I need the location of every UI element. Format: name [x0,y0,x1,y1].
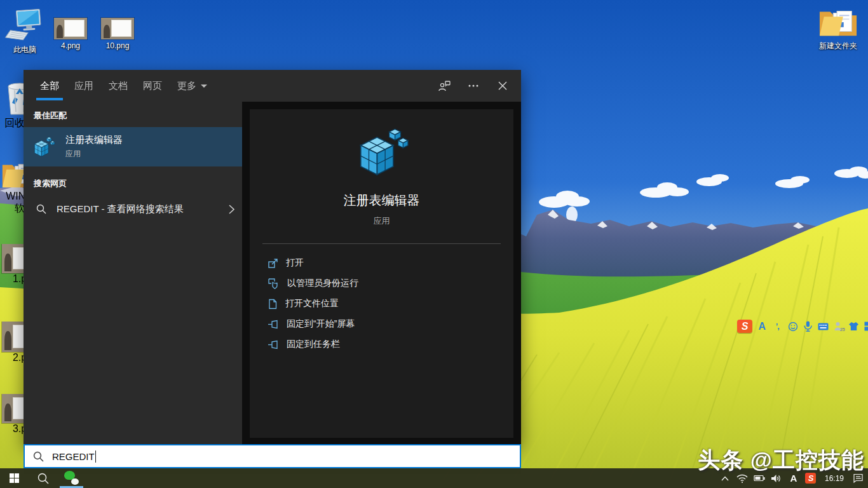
chevron-right-icon [229,205,234,214]
tab-apps[interactable]: 应用 [67,70,101,102]
action-open[interactable]: 打开 [250,253,513,273]
search-filter-tabs: 全部 应用 文档 网页 更多 [24,70,521,102]
desktop-icon-wing-folder[interactable]: WING 软 [0,159,24,222]
this-pc-icon [7,8,43,43]
pin-icon [268,339,279,350]
desktop-icon-3png[interactable]: 3.p [0,394,24,446]
file-location-icon [268,299,278,309]
tab-more[interactable]: 更多 [170,70,215,102]
search-icon [36,204,46,214]
close-icon [498,81,507,90]
text-caret [95,451,96,463]
desktop-icon-label: 软 [15,202,24,215]
action-pin-to-taskbar[interactable]: 固定到任务栏 [250,334,513,355]
web-search-text: REGEDIT - 查看网络搜索结果 [57,203,184,215]
folder-icon [818,5,858,39]
image-thumbnail [2,322,24,352]
desktop-icon-this-pc[interactable]: 此电脑 [5,8,44,54]
result-title: 注册表编辑器 [65,134,123,146]
folder-icon [1,159,24,191]
action-run-as-administrator[interactable]: 以管理员身份运行 [250,273,513,294]
image-thumbnail [54,18,87,39]
desktop-icon-label: WING [6,191,24,202]
desktop-icon-label: 4.png [61,41,80,50]
detail-app-subtitle: 应用 [374,215,390,227]
desktop-icon-label: 此电脑 [13,45,36,54]
desktop-icon-10png[interactable]: 10.png [101,18,134,50]
search-icon [37,473,49,484]
search-input[interactable]: REGEDIT [24,444,521,468]
soft-keyboard-icon[interactable] [818,320,829,332]
search-query-text: REGEDIT [52,451,95,462]
open-icon [268,258,278,269]
divider [262,243,501,244]
taskbar-wechat-button[interactable] [57,468,86,488]
feedback-button[interactable] [432,74,456,97]
more-options-button[interactable] [461,74,485,97]
desktop-icon-label: 2.p [13,352,24,363]
registry-editor-icon-large [354,126,410,178]
desktop-icon-label: 新建文件夹 [819,41,857,50]
windows-search-panel: 全部 应用 文档 网页 更多 最 [24,70,521,444]
close-button[interactable] [491,74,515,97]
wechat-icon [64,471,79,485]
context-actions: 打开 以管理员身份运行 打开文件位置 [250,253,513,355]
pin-icon [268,319,279,330]
desktop-icon-4png[interactable]: 4.png [54,18,87,50]
detail-app-title: 注册表编辑器 [344,192,420,209]
tab-all[interactable]: 全部 [32,70,67,102]
action-open-file-location[interactable]: 打开文件位置 [250,294,513,314]
feedback-icon [438,81,451,92]
section-header-best-match: 最佳匹配 [24,102,242,127]
registry-editor-icon [32,135,55,158]
action-pin-to-start[interactable]: 固定到“开始”屏幕 [250,314,513,334]
result-subtitle: 应用 [65,149,123,159]
section-header-web-search: 搜索网页 [24,166,242,195]
desktop-icon-label: 3.p [13,423,24,435]
result-detail-pane: 注册表编辑器 应用 打开 以管理员身份运 [242,102,521,444]
best-match-item-registry-editor[interactable]: 注册表编辑器 应用 [24,127,242,166]
punctuation-icon[interactable]: ’, [772,320,783,332]
tab-web[interactable]: 网页 [135,70,170,102]
desktop-icon-1png[interactable]: 1.p [0,244,24,295]
desktop-icon-label: 10.png [106,41,130,50]
web-search-item[interactable]: REGEDIT - 查看网络搜索结果 [24,195,242,223]
recycle-bin-icon [3,78,24,117]
ellipsis-icon [468,85,478,87]
chevron-down-icon [201,85,207,88]
desktop-icon-new-folder[interactable]: 新建文件夹 [815,5,861,50]
windows-logo-icon [10,473,19,483]
account-level-icon[interactable]: 25 [833,320,844,332]
sogou-logo-icon[interactable]: S [737,320,752,333]
watermark: 头条 @工控技能 [698,445,864,475]
ime-mode-letter[interactable]: A [757,320,768,332]
image-thumbnail [2,244,24,273]
start-button[interactable] [0,468,29,488]
search-icon [33,451,44,462]
emoji-picker-icon[interactable] [787,320,798,332]
admin-shield-icon [268,278,280,289]
image-thumbnail [2,394,24,423]
tab-documents[interactable]: 文档 [101,70,135,102]
desktop-icon-2png[interactable]: 2.p [0,322,24,374]
desktop-icon-recycle-bin[interactable]: 回收站 [0,78,24,132]
desktop-icon-label: 回收站 [4,117,24,130]
desktop-icon-label: 1.p [13,273,24,285]
taskbar-search-button[interactable] [29,468,57,488]
search-results-list: 最佳匹配 注册表编辑器 应用 搜索网页 REGEDIT - 查看网络搜索结果 [24,102,242,444]
image-thumbnail [101,18,134,39]
sogou-ime-toolbar: S A ’, 25 [737,318,868,334]
toolbox-icon[interactable] [864,320,868,332]
voice-input-icon[interactable] [803,320,813,332]
skin-icon[interactable] [848,320,859,332]
